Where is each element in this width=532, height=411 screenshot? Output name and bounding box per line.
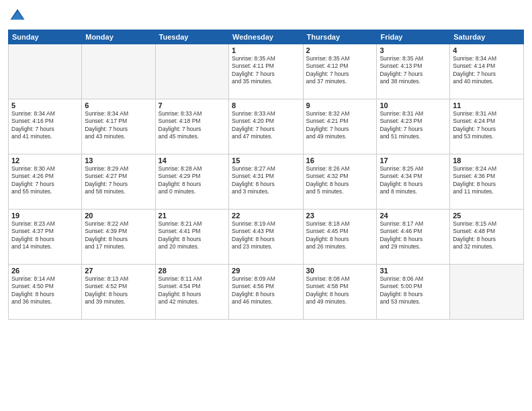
calendar-cell: 9Sunrise: 8:32 AM Sunset: 4:21 PM Daylig… bbox=[303, 99, 377, 154]
calendar-cell: 21Sunrise: 8:21 AM Sunset: 4:41 PM Dayli… bbox=[155, 210, 228, 265]
calendar-cell bbox=[82, 44, 155, 99]
calendar-cell: 20Sunrise: 8:22 AM Sunset: 4:39 PM Dayli… bbox=[82, 210, 155, 265]
day-number: 5 bbox=[11, 101, 79, 109]
day-number: 6 bbox=[85, 101, 152, 109]
calendar-cell: 25Sunrise: 8:15 AM Sunset: 4:48 PM Dayli… bbox=[450, 210, 524, 265]
day-number: 4 bbox=[453, 46, 521, 54]
weekday-header-thursday: Thursday bbox=[303, 30, 377, 44]
cell-text: Sunrise: 8:35 AM Sunset: 4:11 PM Dayligh… bbox=[232, 55, 300, 86]
day-number: 28 bbox=[159, 267, 226, 275]
calendar-cell: 3Sunrise: 8:35 AM Sunset: 4:13 PM Daylig… bbox=[377, 44, 450, 99]
day-number: 2 bbox=[306, 46, 374, 54]
calendar-cell: 23Sunrise: 8:18 AM Sunset: 4:45 PM Dayli… bbox=[303, 210, 377, 265]
calendar-cell: 17Sunrise: 8:25 AM Sunset: 4:34 PM Dayli… bbox=[377, 154, 450, 210]
calendar-cell bbox=[450, 265, 524, 320]
day-number: 25 bbox=[453, 212, 521, 220]
day-number: 31 bbox=[380, 267, 447, 275]
calendar-cell: 12Sunrise: 8:30 AM Sunset: 4:26 PM Dayli… bbox=[9, 154, 82, 210]
cell-text: Sunrise: 8:08 AM Sunset: 4:58 PM Dayligh… bbox=[306, 275, 374, 306]
logo-icon bbox=[8, 7, 27, 26]
cell-text: Sunrise: 8:27 AM Sunset: 4:31 PM Dayligh… bbox=[232, 165, 300, 196]
day-number: 20 bbox=[85, 212, 152, 220]
cell-text: Sunrise: 8:28 AM Sunset: 4:29 PM Dayligh… bbox=[159, 165, 226, 196]
day-number: 27 bbox=[85, 267, 152, 275]
week-row-0: 1Sunrise: 8:35 AM Sunset: 4:11 PM Daylig… bbox=[9, 44, 524, 99]
weekday-header-wednesday: Wednesday bbox=[229, 30, 304, 44]
calendar-cell: 4Sunrise: 8:34 AM Sunset: 4:14 PM Daylig… bbox=[450, 44, 524, 99]
day-number: 16 bbox=[306, 156, 374, 165]
day-number: 22 bbox=[232, 212, 300, 220]
cell-text: Sunrise: 8:15 AM Sunset: 4:48 PM Dayligh… bbox=[453, 220, 521, 251]
cell-text: Sunrise: 8:35 AM Sunset: 4:13 PM Dayligh… bbox=[380, 55, 447, 86]
cell-text: Sunrise: 8:17 AM Sunset: 4:46 PM Dayligh… bbox=[380, 220, 447, 251]
calendar-cell: 6Sunrise: 8:34 AM Sunset: 4:17 PM Daylig… bbox=[82, 99, 155, 154]
week-row-4: 26Sunrise: 8:14 AM Sunset: 4:50 PM Dayli… bbox=[9, 265, 524, 320]
calendar-cell: 19Sunrise: 8:23 AM Sunset: 4:37 PM Dayli… bbox=[9, 210, 82, 265]
cell-text: Sunrise: 8:32 AM Sunset: 4:21 PM Dayligh… bbox=[306, 110, 374, 141]
weekday-header-saturday: Saturday bbox=[450, 30, 524, 44]
cell-text: Sunrise: 8:11 AM Sunset: 4:54 PM Dayligh… bbox=[159, 275, 226, 306]
day-number: 8 bbox=[232, 101, 300, 109]
weekday-header-sunday: Sunday bbox=[9, 30, 82, 44]
weekday-header-monday: Monday bbox=[82, 30, 155, 44]
week-row-2: 12Sunrise: 8:30 AM Sunset: 4:26 PM Dayli… bbox=[9, 154, 524, 210]
cell-text: Sunrise: 8:31 AM Sunset: 4:24 PM Dayligh… bbox=[453, 110, 521, 141]
calendar-cell: 10Sunrise: 8:31 AM Sunset: 4:23 PM Dayli… bbox=[377, 99, 450, 154]
cell-text: Sunrise: 8:21 AM Sunset: 4:41 PM Dayligh… bbox=[159, 220, 226, 251]
weekday-header-tuesday: Tuesday bbox=[155, 30, 228, 44]
cell-text: Sunrise: 8:23 AM Sunset: 4:37 PM Dayligh… bbox=[11, 220, 79, 251]
day-number: 14 bbox=[159, 156, 226, 165]
calendar-cell: 11Sunrise: 8:31 AM Sunset: 4:24 PM Dayli… bbox=[450, 99, 524, 154]
day-number: 7 bbox=[159, 101, 226, 109]
day-number: 29 bbox=[232, 267, 300, 275]
calendar-cell: 15Sunrise: 8:27 AM Sunset: 4:31 PM Dayli… bbox=[229, 154, 304, 210]
cell-text: Sunrise: 8:09 AM Sunset: 4:56 PM Dayligh… bbox=[232, 275, 300, 306]
cell-text: Sunrise: 8:13 AM Sunset: 4:52 PM Dayligh… bbox=[85, 275, 152, 306]
calendar-cell: 7Sunrise: 8:33 AM Sunset: 4:18 PM Daylig… bbox=[155, 99, 228, 154]
calendar-cell: 26Sunrise: 8:14 AM Sunset: 4:50 PM Dayli… bbox=[9, 265, 82, 320]
cell-text: Sunrise: 8:26 AM Sunset: 4:32 PM Dayligh… bbox=[306, 165, 374, 196]
cell-text: Sunrise: 8:34 AM Sunset: 4:17 PM Dayligh… bbox=[85, 110, 152, 141]
header bbox=[8, 7, 524, 26]
calendar: SundayMondayTuesdayWednesdayThursdayFrid… bbox=[8, 30, 524, 320]
cell-text: Sunrise: 8:31 AM Sunset: 4:23 PM Dayligh… bbox=[380, 110, 447, 141]
day-number: 23 bbox=[306, 212, 374, 220]
cell-text: Sunrise: 8:25 AM Sunset: 4:34 PM Dayligh… bbox=[380, 165, 447, 196]
day-number: 26 bbox=[11, 267, 79, 275]
weekday-header-friday: Friday bbox=[377, 30, 450, 44]
calendar-cell: 31Sunrise: 8:06 AM Sunset: 5:00 PM Dayli… bbox=[377, 265, 450, 320]
calendar-cell: 22Sunrise: 8:19 AM Sunset: 4:43 PM Dayli… bbox=[229, 210, 304, 265]
calendar-cell: 13Sunrise: 8:29 AM Sunset: 4:27 PM Dayli… bbox=[82, 154, 155, 210]
cell-text: Sunrise: 8:29 AM Sunset: 4:27 PM Dayligh… bbox=[85, 165, 152, 196]
cell-text: Sunrise: 8:34 AM Sunset: 4:14 PM Dayligh… bbox=[453, 55, 521, 86]
page: SundayMondayTuesdayWednesdayThursdayFrid… bbox=[0, 0, 532, 411]
day-number: 11 bbox=[453, 101, 521, 109]
day-number: 3 bbox=[380, 46, 447, 54]
weekday-header-row: SundayMondayTuesdayWednesdayThursdayFrid… bbox=[9, 30, 524, 44]
day-number: 10 bbox=[380, 101, 447, 109]
cell-text: Sunrise: 8:34 AM Sunset: 4:16 PM Dayligh… bbox=[11, 110, 79, 141]
calendar-cell: 5Sunrise: 8:34 AM Sunset: 4:16 PM Daylig… bbox=[9, 99, 82, 154]
day-number: 9 bbox=[306, 101, 374, 109]
day-number: 15 bbox=[232, 156, 300, 165]
cell-text: Sunrise: 8:14 AM Sunset: 4:50 PM Dayligh… bbox=[11, 275, 79, 306]
calendar-cell bbox=[9, 44, 82, 99]
day-number: 18 bbox=[453, 156, 521, 165]
cell-text: Sunrise: 8:19 AM Sunset: 4:43 PM Dayligh… bbox=[232, 220, 300, 251]
calendar-cell: 24Sunrise: 8:17 AM Sunset: 4:46 PM Dayli… bbox=[377, 210, 450, 265]
cell-text: Sunrise: 8:30 AM Sunset: 4:26 PM Dayligh… bbox=[11, 165, 79, 196]
day-number: 13 bbox=[85, 156, 152, 165]
calendar-cell: 8Sunrise: 8:33 AM Sunset: 4:20 PM Daylig… bbox=[229, 99, 304, 154]
cell-text: Sunrise: 8:22 AM Sunset: 4:39 PM Dayligh… bbox=[85, 220, 152, 251]
calendar-cell: 27Sunrise: 8:13 AM Sunset: 4:52 PM Dayli… bbox=[82, 265, 155, 320]
day-number: 19 bbox=[11, 212, 79, 220]
day-number: 1 bbox=[232, 46, 300, 54]
day-number: 24 bbox=[380, 212, 447, 220]
cell-text: Sunrise: 8:33 AM Sunset: 4:18 PM Dayligh… bbox=[159, 110, 226, 141]
calendar-cell: 1Sunrise: 8:35 AM Sunset: 4:11 PM Daylig… bbox=[229, 44, 304, 99]
week-row-3: 19Sunrise: 8:23 AM Sunset: 4:37 PM Dayli… bbox=[9, 210, 524, 265]
logo bbox=[8, 7, 30, 26]
cell-text: Sunrise: 8:33 AM Sunset: 4:20 PM Dayligh… bbox=[232, 110, 300, 141]
day-number: 17 bbox=[380, 156, 447, 165]
calendar-cell: 28Sunrise: 8:11 AM Sunset: 4:54 PM Dayli… bbox=[155, 265, 228, 320]
